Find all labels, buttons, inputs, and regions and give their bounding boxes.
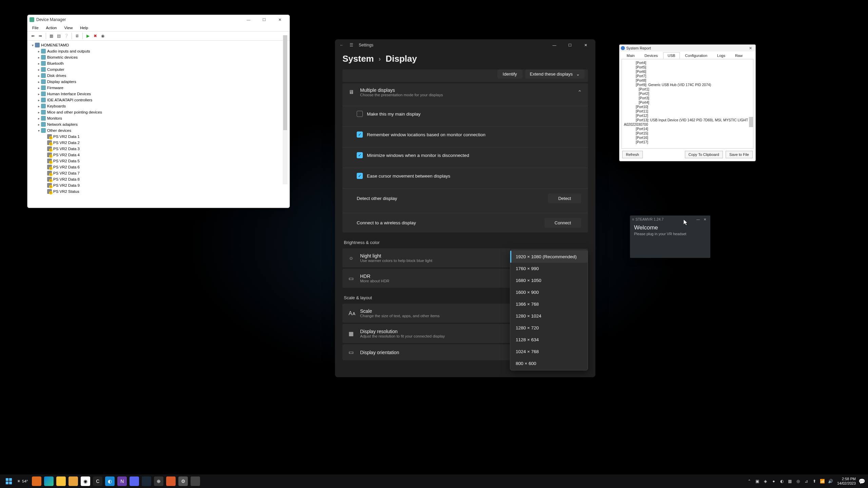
tree-node[interactable]: PS VR2 Data 2 (30, 140, 287, 146)
toolbar-icon[interactable]: 🖥 (74, 33, 80, 39)
tree-node[interactable]: ▸Mice and other pointing devices (30, 109, 287, 115)
tree-node[interactable]: PS VR2 Data 1 (30, 134, 287, 140)
minimize-row[interactable]: ✓ Minimize windows when a monitor is dis… (342, 147, 588, 163)
tree-node[interactable]: PS VR2 Data 3 (30, 146, 287, 152)
breadcrumb-system[interactable]: System (342, 54, 374, 64)
tray-chevron-icon[interactable]: ⌃ (746, 477, 753, 485)
device-manager-titlebar[interactable]: Device Manager — ☐ ✕ (27, 15, 290, 24)
menu-file[interactable]: File (31, 25, 40, 30)
system-tray[interactable]: ⌃ ▣ ◈ ● ◐ ▦ ◎ ⊿ ⬆ 📶 🔊 (746, 477, 834, 485)
app-icon[interactable]: ◐ (105, 476, 115, 486)
resolution-option[interactable]: 800 × 600 (510, 358, 588, 369)
checkbox[interactable]: ✓ (357, 173, 363, 179)
volume-icon[interactable]: 🔊 (827, 477, 834, 485)
settings-window[interactable]: ← ☰ Settings — ☐ ✕ System › Display Iden… (335, 39, 595, 377)
tree-node[interactable]: ▸Bluetooth (30, 60, 287, 66)
tree-node[interactable]: ▸Audio inputs and outputs (30, 48, 287, 54)
resolution-option[interactable]: 1600 × 900 (510, 286, 588, 298)
maximize-button[interactable]: ☐ (562, 39, 578, 51)
resolution-dropdown[interactable]: 1920 × 1080 (Recommended)1760 × 9901680 … (510, 250, 588, 370)
resolution-option[interactable]: 1760 × 990 (510, 263, 588, 274)
minimize-button[interactable]: — (547, 39, 562, 51)
toolbar-icon[interactable]: ▤ (55, 33, 62, 39)
settings-titlebar[interactable]: ← ☰ Settings — ☐ ✕ (335, 39, 595, 51)
forward-icon[interactable]: ➡ (37, 33, 44, 39)
resolution-option[interactable]: 1680 × 1050 (510, 274, 588, 286)
tree-node[interactable]: PS VR2 Data 8 (30, 176, 287, 182)
toolbar-icon[interactable]: ❔ (63, 33, 70, 39)
scrollbar-thumb[interactable] (283, 35, 287, 130)
tray-icon[interactable]: ⊿ (803, 477, 810, 485)
checkbox[interactable]: ✓ (357, 131, 363, 138)
tray-icon[interactable]: ◎ (794, 477, 802, 485)
back-button[interactable]: ← (337, 40, 347, 50)
settings-icon[interactable]: ⚙ (178, 476, 188, 486)
tab-devices[interactable]: Devices (640, 52, 662, 59)
tree-node[interactable]: ▸Display adapters (30, 79, 287, 85)
maximize-button[interactable]: ☐ (256, 15, 272, 24)
device-tree[interactable]: ▾HOMENETAMD ▸Audio inputs and outputs▸Bi… (27, 41, 290, 207)
store-icon[interactable] (68, 476, 78, 486)
tray-icon[interactable]: ◐ (778, 477, 786, 485)
tab-main[interactable]: Main (622, 52, 639, 59)
tree-node[interactable]: ▸Keyboards (30, 103, 287, 109)
onenote-icon[interactable]: N (117, 476, 127, 486)
wifi-icon[interactable]: 📶 (819, 477, 826, 485)
toolbar-icon[interactable]: ▦ (48, 33, 55, 39)
toolbar-icon[interactable]: ✖ (92, 33, 99, 39)
notifications-icon[interactable]: 💬 (859, 478, 865, 485)
scrollbar-thumb[interactable] (749, 117, 753, 127)
tab-configuration[interactable]: Configuration (681, 52, 712, 59)
resolution-option[interactable]: 1128 × 634 (510, 334, 588, 346)
resolution-option[interactable]: 1920 × 1080 (Recommended) (510, 251, 588, 263)
close-button[interactable]: ✕ (747, 46, 754, 50)
app-icon[interactable]: ⊕ (154, 476, 163, 486)
steamvr-titlebar[interactable]: ≡ STEAMVR 1.24.7 — ✕ (630, 216, 710, 223)
tree-node[interactable]: ▸Network adapters (30, 121, 287, 127)
system-report-titlebar[interactable]: System Report ✕ (619, 45, 755, 52)
identify-button[interactable]: Identify (497, 69, 522, 79)
taskbar[interactable]: ☀ 54° ◉ C ◐ N ⊕ ⚙ ⌃ ▣ ◈ ● ◐ ▦ ◎ ⊿ ⬆ 📶 🔊 … (0, 474, 868, 488)
tray-icon[interactable]: ⬆ (811, 477, 818, 485)
copilot-icon[interactable]: C (93, 476, 102, 486)
start-button[interactable] (4, 476, 14, 486)
close-button[interactable]: ✕ (578, 39, 593, 51)
edge-icon[interactable] (44, 476, 54, 486)
tab-logs[interactable]: Logs (713, 52, 730, 59)
steamvr-window[interactable]: ≡ STEAMVR 1.24.7 — ✕ Welcome Please plug… (630, 216, 710, 258)
app-icon[interactable] (166, 476, 176, 486)
chrome-icon[interactable]: ◉ (81, 476, 90, 486)
toolbar-icon[interactable]: ◉ (99, 33, 106, 39)
tree-node[interactable]: PS VR2 Data 4 (30, 152, 287, 158)
report-body[interactable]: [Port4] [Port5] [Port6] [Port7] [Port8] … (622, 59, 753, 149)
clock[interactable]: 2:58 PM 14/02/2023 (837, 477, 856, 486)
steam-icon[interactable] (142, 476, 151, 486)
close-button[interactable]: ✕ (272, 15, 288, 24)
resolution-option[interactable]: 1280 × 1024 (510, 310, 588, 322)
save-button[interactable]: Save to File (726, 151, 753, 158)
tray-icon[interactable]: ● (770, 477, 777, 485)
toolbar-icon[interactable]: ▶ (84, 33, 91, 39)
refresh-button[interactable]: Refresh (622, 151, 643, 158)
tree-node[interactable]: Other devices (47, 128, 71, 133)
tree-node[interactable]: PS VR2 Data 6 (30, 164, 287, 170)
tree-node[interactable]: ▸Disk drives (30, 73, 287, 79)
resolution-option[interactable]: 1024 × 768 (510, 346, 588, 358)
tree-node[interactable]: ▸Computer (30, 66, 287, 73)
discord-icon[interactable] (130, 476, 139, 486)
resolution-option[interactable]: 1280 × 720 (510, 322, 588, 334)
copy-button[interactable]: Copy To Clipboard (685, 151, 723, 158)
display-mode-dropdown[interactable]: Extend these displays ⌄ (525, 69, 585, 79)
tree-node[interactable]: ▸Monitors (30, 115, 287, 121)
menu-action[interactable]: Action (45, 25, 58, 30)
weather-widget[interactable]: ☀ 54° (17, 479, 28, 484)
tab-raw[interactable]: Raw (731, 52, 747, 59)
tree-node[interactable]: PS VR2 Data 9 (30, 182, 287, 188)
tree-node[interactable]: ▸Biometric devices (30, 54, 287, 60)
minimize-button[interactable]: — (695, 218, 702, 221)
make-main-row[interactable]: Make this my main display (342, 106, 588, 122)
scrollbar[interactable] (283, 35, 288, 184)
tray-icon[interactable]: ▦ (786, 477, 794, 485)
tree-node[interactable]: ▸Firmware (30, 85, 287, 91)
detect-button[interactable]: Detect (548, 194, 581, 203)
